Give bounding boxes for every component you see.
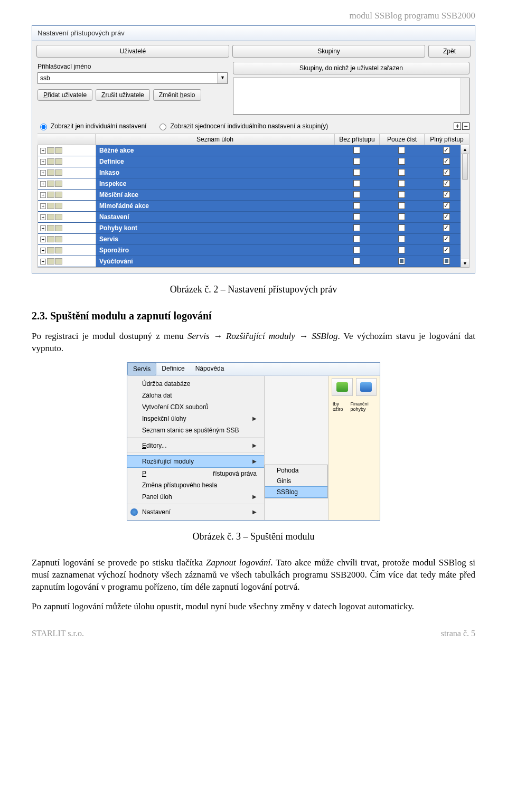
checkbox-icon[interactable]	[353, 202, 360, 209]
checkbox-cell[interactable]	[334, 145, 379, 156]
grid-row[interactable]: +Definice	[38, 156, 469, 167]
user-groups-button[interactable]: Skupiny, do nichž je uživatel zařazen	[233, 62, 470, 74]
menu-napoveda[interactable]: Nápověda	[190, 363, 230, 375]
menu-item-pristup[interactable]: Přístupová práva	[127, 468, 264, 479]
checkbox-icon[interactable]	[353, 213, 360, 220]
checkbox-icon[interactable]	[353, 191, 360, 198]
grid-row[interactable]: +Měsíční akce	[38, 190, 469, 201]
expand-icon[interactable]: +	[40, 148, 46, 154]
checkbox-cell[interactable]	[379, 234, 424, 244]
submenu-pohoda[interactable]: Pohoda	[265, 465, 327, 476]
grid-scrollbar[interactable]: ▲ ▼	[461, 145, 469, 267]
dropdown-arrow-icon[interactable]: ▼	[218, 72, 228, 84]
tree-cell[interactable]: +	[38, 223, 96, 233]
checkbox-cell[interactable]	[379, 167, 424, 178]
grid-row[interactable]: +Mimořádné akce	[38, 201, 469, 212]
checkbox-cell[interactable]	[334, 178, 379, 189]
checkbox-cell[interactable]	[334, 256, 379, 267]
grid-row[interactable]: +Sporožiro	[38, 245, 469, 256]
submenu-ssblog[interactable]: SSBlog	[265, 486, 327, 498]
expand-icon[interactable]: +	[40, 170, 46, 176]
checkbox-icon[interactable]	[398, 247, 405, 253]
checkbox-icon[interactable]	[353, 235, 360, 242]
checkbox-icon[interactable]	[398, 169, 405, 176]
checkbox-cell[interactable]	[334, 190, 379, 200]
checkbox-icon[interactable]	[398, 258, 405, 265]
tree-cell[interactable]: +	[38, 145, 96, 156]
checkbox-cell[interactable]	[379, 245, 424, 256]
grid-row[interactable]: +Pohyby kont	[38, 223, 469, 234]
checkbox-cell[interactable]	[334, 201, 379, 211]
expand-icon[interactable]: +	[40, 225, 46, 231]
checkbox-icon[interactable]	[443, 147, 450, 154]
grid-row[interactable]: +Inkaso	[38, 167, 469, 178]
radio-union-input[interactable]	[159, 124, 166, 130]
menu-item-panel[interactable]: Panel úloh▶	[127, 491, 264, 504]
grid-row[interactable]: +Servis	[38, 234, 469, 245]
checkbox-cell[interactable]	[379, 190, 424, 200]
menu-item-inspekce[interactable]: Inspekční úlohy▶	[127, 413, 264, 424]
checkbox-icon[interactable]	[443, 224, 450, 231]
checkbox-cell[interactable]	[379, 178, 424, 189]
add-user-button[interactable]: PPřidat uživateleřidat uživatele	[37, 89, 92, 101]
checkbox-icon[interactable]	[443, 247, 450, 253]
checkbox-icon[interactable]	[398, 224, 405, 231]
tree-cell[interactable]: +	[38, 245, 96, 256]
expand-icon[interactable]: +	[40, 203, 46, 209]
menu-item-nastaveni[interactable]: Nastavení▶	[127, 506, 264, 518]
tree-cell[interactable]: +	[38, 256, 96, 267]
checkbox-icon[interactable]	[353, 158, 360, 165]
menu-item-udrzba[interactable]: Údržba databáze	[127, 378, 264, 390]
menu-servis[interactable]: Servis	[127, 363, 156, 375]
checkbox-icon[interactable]	[353, 258, 360, 265]
checkbox-cell[interactable]	[334, 234, 379, 244]
checkbox-icon[interactable]	[443, 258, 450, 265]
checkbox-cell[interactable]	[379, 212, 424, 222]
expand-icon[interactable]: +	[40, 259, 46, 265]
menu-item-seznam[interactable]: Seznam stanic se spuštěným SSB	[127, 424, 264, 438]
submenu-ginis[interactable]: Ginis	[265, 476, 327, 486]
checkbox-icon[interactable]	[443, 169, 450, 176]
scroll-up-icon[interactable]: ▲	[461, 145, 469, 154]
radio-individual[interactable]: Zobrazit jen individuální nastavení	[37, 122, 146, 130]
menu-item-editory[interactable]: Editory...▶	[127, 440, 264, 453]
expand-icon[interactable]: +	[40, 237, 46, 242]
tree-cell[interactable]: +	[38, 201, 96, 211]
login-input[interactable]	[37, 72, 218, 84]
scroll-thumb[interactable]	[462, 154, 468, 180]
tree-cell[interactable]: +	[38, 190, 96, 200]
checkbox-cell[interactable]	[334, 245, 379, 256]
checkbox-icon[interactable]	[353, 224, 360, 231]
checkbox-icon[interactable]	[398, 202, 405, 209]
scrollbar[interactable]	[461, 78, 469, 114]
checkbox-icon[interactable]	[398, 191, 405, 198]
menu-item-zmena[interactable]: Změna přístupového hesla	[127, 479, 264, 491]
expand-icon[interactable]: +	[40, 181, 46, 187]
collapse-all-icon[interactable]: −	[462, 122, 470, 130]
tab-users[interactable]: Uživatelé	[36, 45, 229, 58]
checkbox-cell[interactable]	[334, 156, 379, 167]
menu-definice[interactable]: Definice	[156, 363, 190, 375]
checkbox-cell[interactable]	[334, 167, 379, 178]
expand-all-icon[interactable]: +	[454, 122, 461, 130]
grid-row[interactable]: +Nastavení	[38, 212, 469, 223]
toolbar-icon-1[interactable]	[332, 378, 353, 396]
radio-individual-input[interactable]	[40, 124, 47, 130]
expand-icon[interactable]: +	[40, 248, 46, 253]
tree-cell[interactable]: +	[38, 178, 96, 189]
back-button[interactable]: Zpět	[428, 45, 471, 58]
menu-item-zaloha[interactable]: Záloha dat	[127, 390, 264, 401]
tree-cell[interactable]: +	[38, 234, 96, 244]
checkbox-icon[interactable]	[353, 147, 360, 154]
grid-row[interactable]: +Inspekce	[38, 178, 469, 190]
checkbox-icon[interactable]	[398, 180, 405, 187]
expand-icon[interactable]: +	[40, 214, 46, 220]
checkbox-icon[interactable]	[353, 247, 360, 253]
checkbox-icon[interactable]	[443, 202, 450, 209]
checkbox-icon[interactable]	[398, 147, 405, 154]
checkbox-icon[interactable]	[443, 235, 450, 242]
checkbox-cell[interactable]	[334, 212, 379, 222]
scroll-down-icon[interactable]: ▼	[461, 259, 469, 267]
menu-item-cdx[interactable]: Vytvoření CDX souborů	[127, 401, 264, 413]
expand-icon[interactable]: +	[40, 159, 46, 165]
